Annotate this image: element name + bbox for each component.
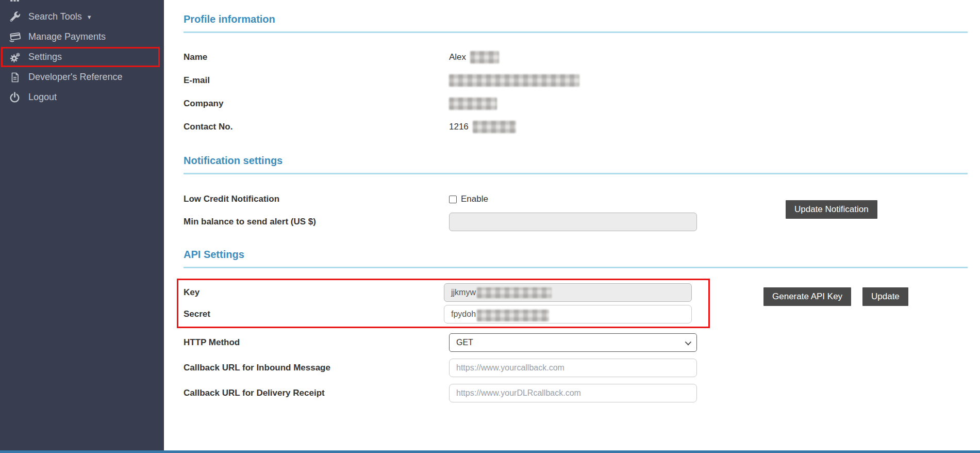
sidebar: Search Tools ▼ Manage Payments [0, 0, 164, 453]
profile-row-company: Company [184, 92, 968, 115]
http-method-label: HTTP Method [184, 337, 449, 348]
api-key-highlight-box: Key jjkmyw Secret fpydoh [177, 279, 710, 328]
sidebar-item-label: Search Tools [28, 11, 82, 22]
payment-card-icon [8, 30, 22, 44]
enable-checkbox[interactable] [449, 196, 457, 203]
http-method-value: GET [456, 338, 473, 347]
api-secret-label: Secret [184, 309, 444, 319]
contact-label: Contact No. [184, 122, 449, 132]
profile-heading: Profile information [184, 13, 968, 25]
sidebar-item-search-tools[interactable]: Search Tools ▼ [0, 7, 164, 27]
bar-chart-icon [8, 0, 22, 4]
inbound-callback-label: Callback URL for Inbound Message [184, 363, 449, 373]
dlr-callback-input[interactable] [449, 384, 697, 402]
redacted-company [449, 98, 497, 110]
document-icon [8, 70, 22, 84]
profile-section: Profile information Name Alex E-mail Com… [184, 13, 968, 138]
redacted-contact [473, 121, 516, 133]
gear-icon [8, 50, 22, 64]
heading-divider [184, 173, 968, 174]
profile-row-contact: Contact No. 1216 [184, 115, 968, 138]
name-label: Name [184, 52, 449, 62]
profile-row-name: Name Alex [184, 45, 968, 69]
select-chevron-icon [685, 338, 692, 345]
profile-row-email: E-mail [184, 69, 968, 92]
sidebar-item-label: Manage Payments [28, 31, 106, 42]
contact-value: 1216 [449, 122, 469, 132]
generate-api-key-button[interactable]: Generate API Key [763, 287, 851, 306]
http-method-select[interactable]: GET [449, 333, 697, 352]
update-notification-button[interactable]: Update Notification [786, 200, 877, 219]
api-key-row: Key jjkmyw [184, 283, 708, 302]
enable-label: Enable [461, 194, 488, 204]
api-secret-row: Secret fpydoh [184, 305, 708, 323]
sidebar-item-label: Logout [28, 92, 57, 103]
dlr-callback-label: Callback URL for Delivery Receipt [184, 388, 449, 398]
inbound-callback-input[interactable] [449, 359, 697, 377]
heading-divider [184, 267, 968, 268]
redacted-name [470, 51, 499, 63]
min-balance-input[interactable] [449, 213, 697, 231]
redacted-api-key [477, 287, 552, 298]
sidebar-item-developers-reference[interactable]: Developer's Reference [0, 67, 164, 87]
heading-divider [184, 31, 968, 33]
sidebar-item-logout[interactable]: Logout [0, 87, 164, 107]
update-api-button[interactable]: Update [862, 287, 908, 306]
api-key-value: jjkmyw [451, 288, 476, 297]
sidebar-item-reports-partial[interactable] [0, 0, 164, 7]
notification-heading: Notification settings [184, 155, 968, 167]
sidebar-item-settings[interactable]: Settings [0, 47, 164, 67]
notification-section: Notification settings Low Credit Notific… [184, 155, 968, 231]
sidebar-item-label: Developer's Reference [28, 72, 123, 83]
tools-icon [8, 10, 22, 24]
bottom-border-bar [0, 450, 980, 453]
api-secret-input[interactable]: fpydoh [444, 305, 692, 323]
name-value: Alex [449, 52, 466, 62]
api-section: API Settings Key jjkmyw Secret fpydoh [184, 249, 968, 402]
sidebar-item-manage-payments[interactable]: Manage Payments [0, 27, 164, 47]
api-heading: API Settings [184, 249, 968, 261]
settings-page: Profile information Name Alex E-mail Com… [164, 0, 980, 453]
chevron-down-icon: ▼ [87, 14, 92, 20]
inbound-callback-row: Callback URL for Inbound Message [184, 359, 968, 377]
low-credit-label: Low Credit Notification [184, 194, 449, 204]
min-balance-label: Min balance to send alert (US $) [184, 217, 449, 227]
dlr-callback-row: Callback URL for Delivery Receipt [184, 384, 968, 402]
api-key-input[interactable]: jjkmyw [444, 283, 692, 302]
redacted-email [449, 74, 579, 87]
http-method-row: HTTP Method GET [184, 333, 968, 352]
power-icon [8, 90, 22, 104]
company-label: Company [184, 99, 449, 109]
sidebar-item-label: Settings [28, 52, 62, 62]
email-label: E-mail [184, 75, 449, 86]
api-secret-value: fpydoh [451, 310, 476, 319]
api-key-label: Key [184, 287, 444, 298]
redacted-api-secret [477, 310, 549, 321]
